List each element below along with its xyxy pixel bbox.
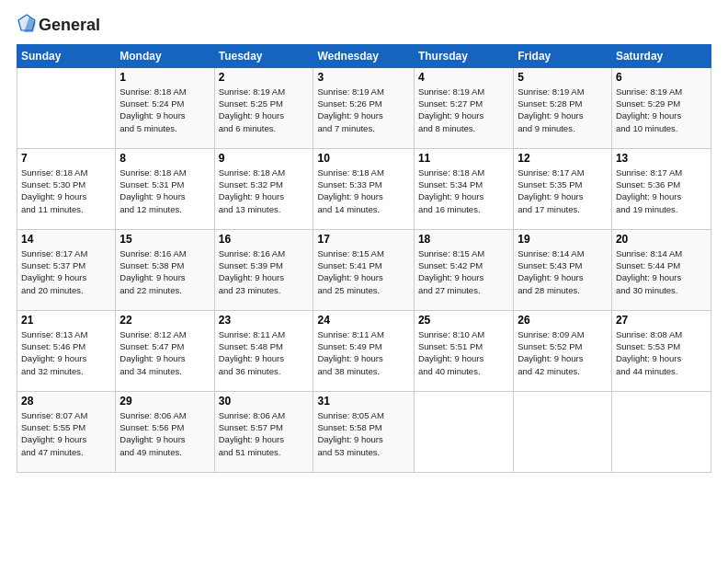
- day-number: 1: [119, 71, 210, 84]
- col-sunday: Sunday: [17, 44, 116, 67]
- day-number: 5: [518, 71, 608, 84]
- day-info: Sunrise: 8:09 AM Sunset: 5:52 PM Dayligh…: [518, 328, 608, 377]
- logo-icon: [17, 14, 37, 34]
- day-info: Sunrise: 8:19 AM Sunset: 5:27 PM Dayligh…: [418, 86, 509, 134]
- day-number: 26: [518, 314, 608, 327]
- col-tuesday: Tuesday: [214, 44, 313, 67]
- calendar-day: 3Sunrise: 8:19 AM Sunset: 5:26 PM Daylig…: [313, 67, 414, 148]
- logo-text: General: [39, 17, 100, 35]
- day-info: Sunrise: 8:18 AM Sunset: 5:33 PM Dayligh…: [317, 167, 409, 215]
- calendar-day: 8Sunrise: 8:18 AM Sunset: 5:31 PM Daylig…: [116, 148, 214, 229]
- day-number: 16: [219, 233, 310, 246]
- calendar-day: 14Sunrise: 8:17 AM Sunset: 5:37 PM Dayli…: [17, 229, 116, 310]
- calendar-header-row: Sunday Monday Tuesday Wednesday Thursday…: [17, 44, 711, 67]
- logo: General: [17, 17, 100, 35]
- day-number: 29: [119, 395, 210, 408]
- calendar-day: 11Sunrise: 8:18 AM Sunset: 5:34 PM Dayli…: [414, 148, 513, 229]
- calendar-day: [514, 391, 612, 472]
- day-number: 28: [21, 395, 111, 408]
- day-info: Sunrise: 8:18 AM Sunset: 5:34 PM Dayligh…: [418, 167, 509, 215]
- day-info: Sunrise: 8:17 AM Sunset: 5:36 PM Dayligh…: [616, 167, 707, 215]
- day-number: 20: [616, 233, 707, 246]
- day-number: 15: [119, 233, 210, 246]
- calendar-day: 6Sunrise: 8:19 AM Sunset: 5:29 PM Daylig…: [611, 67, 711, 148]
- day-number: 17: [317, 233, 409, 246]
- calendar-day: 31Sunrise: 8:05 AM Sunset: 5:58 PM Dayli…: [313, 391, 414, 472]
- calendar-day: 13Sunrise: 8:17 AM Sunset: 5:36 PM Dayli…: [611, 148, 711, 229]
- col-saturday: Saturday: [611, 44, 711, 67]
- day-info: Sunrise: 8:14 AM Sunset: 5:44 PM Dayligh…: [616, 247, 707, 296]
- col-wednesday: Wednesday: [313, 44, 414, 67]
- calendar-day: 15Sunrise: 8:16 AM Sunset: 5:38 PM Dayli…: [116, 229, 214, 310]
- day-number: 7: [21, 152, 111, 165]
- day-number: 30: [219, 395, 310, 408]
- day-info: Sunrise: 8:15 AM Sunset: 5:41 PM Dayligh…: [317, 247, 409, 296]
- day-number: 27: [616, 314, 707, 327]
- day-info: Sunrise: 8:19 AM Sunset: 5:25 PM Dayligh…: [219, 86, 310, 134]
- calendar-day: 4Sunrise: 8:19 AM Sunset: 5:27 PM Daylig…: [414, 67, 513, 148]
- calendar-day: [17, 67, 116, 148]
- day-info: Sunrise: 8:11 AM Sunset: 5:49 PM Dayligh…: [317, 328, 409, 377]
- calendar-day: 20Sunrise: 8:14 AM Sunset: 5:44 PM Dayli…: [611, 229, 711, 310]
- day-info: Sunrise: 8:15 AM Sunset: 5:42 PM Dayligh…: [418, 247, 509, 296]
- day-info: Sunrise: 8:06 AM Sunset: 5:57 PM Dayligh…: [219, 409, 310, 458]
- day-info: Sunrise: 8:18 AM Sunset: 5:31 PM Dayligh…: [119, 167, 210, 215]
- day-info: Sunrise: 8:17 AM Sunset: 5:35 PM Dayligh…: [518, 167, 608, 215]
- day-number: 19: [518, 233, 608, 246]
- calendar-day: 1Sunrise: 8:18 AM Sunset: 5:24 PM Daylig…: [116, 67, 214, 148]
- calendar-table: Sunday Monday Tuesday Wednesday Thursday…: [17, 44, 711, 473]
- col-friday: Friday: [514, 44, 612, 67]
- day-info: Sunrise: 8:18 AM Sunset: 5:30 PM Dayligh…: [21, 167, 111, 215]
- calendar-day: 19Sunrise: 8:14 AM Sunset: 5:43 PM Dayli…: [514, 229, 612, 310]
- calendar-day: 12Sunrise: 8:17 AM Sunset: 5:35 PM Dayli…: [514, 148, 612, 229]
- day-info: Sunrise: 8:18 AM Sunset: 5:32 PM Dayligh…: [219, 167, 310, 215]
- calendar-day: [414, 391, 513, 472]
- day-number: 9: [219, 152, 310, 165]
- calendar-day: 22Sunrise: 8:12 AM Sunset: 5:47 PM Dayli…: [116, 310, 214, 391]
- calendar-day: 24Sunrise: 8:11 AM Sunset: 5:49 PM Dayli…: [313, 310, 414, 391]
- day-info: Sunrise: 8:16 AM Sunset: 5:39 PM Dayligh…: [219, 247, 310, 296]
- day-number: 8: [119, 152, 210, 165]
- day-info: Sunrise: 8:10 AM Sunset: 5:51 PM Dayligh…: [418, 328, 509, 377]
- calendar-day: 5Sunrise: 8:19 AM Sunset: 5:28 PM Daylig…: [514, 67, 612, 148]
- day-number: 14: [21, 233, 111, 246]
- calendar-week-row: 1Sunrise: 8:18 AM Sunset: 5:24 PM Daylig…: [17, 67, 711, 148]
- calendar-day: 29Sunrise: 8:06 AM Sunset: 5:56 PM Dayli…: [116, 391, 214, 472]
- day-info: Sunrise: 8:08 AM Sunset: 5:53 PM Dayligh…: [616, 328, 707, 377]
- col-thursday: Thursday: [414, 44, 513, 67]
- day-number: 2: [219, 71, 310, 84]
- day-number: 25: [418, 314, 509, 327]
- day-info: Sunrise: 8:07 AM Sunset: 5:55 PM Dayligh…: [21, 409, 111, 458]
- calendar-day: 9Sunrise: 8:18 AM Sunset: 5:32 PM Daylig…: [214, 148, 313, 229]
- calendar-week-row: 28Sunrise: 8:07 AM Sunset: 5:55 PM Dayli…: [17, 391, 711, 472]
- day-info: Sunrise: 8:17 AM Sunset: 5:37 PM Dayligh…: [21, 247, 111, 296]
- day-info: Sunrise: 8:16 AM Sunset: 5:38 PM Dayligh…: [119, 247, 210, 296]
- day-info: Sunrise: 8:18 AM Sunset: 5:24 PM Dayligh…: [119, 86, 210, 134]
- day-number: 22: [119, 314, 210, 327]
- day-info: Sunrise: 8:06 AM Sunset: 5:56 PM Dayligh…: [119, 409, 210, 458]
- calendar-day: 28Sunrise: 8:07 AM Sunset: 5:55 PM Dayli…: [17, 391, 116, 472]
- page-header: General: [17, 17, 711, 35]
- calendar-week-row: 7Sunrise: 8:18 AM Sunset: 5:30 PM Daylig…: [17, 148, 711, 229]
- day-number: 31: [317, 395, 409, 408]
- calendar-day: 30Sunrise: 8:06 AM Sunset: 5:57 PM Dayli…: [214, 391, 313, 472]
- calendar-day: 18Sunrise: 8:15 AM Sunset: 5:42 PM Dayli…: [414, 229, 513, 310]
- calendar-day: 17Sunrise: 8:15 AM Sunset: 5:41 PM Dayli…: [313, 229, 414, 310]
- day-number: 10: [317, 152, 409, 165]
- calendar-day: [611, 391, 711, 472]
- day-number: 18: [418, 233, 509, 246]
- calendar-week-row: 21Sunrise: 8:13 AM Sunset: 5:46 PM Dayli…: [17, 310, 711, 391]
- day-info: Sunrise: 8:19 AM Sunset: 5:26 PM Dayligh…: [317, 86, 409, 134]
- day-info: Sunrise: 8:14 AM Sunset: 5:43 PM Dayligh…: [518, 247, 608, 296]
- day-number: 12: [518, 152, 608, 165]
- calendar-day: 25Sunrise: 8:10 AM Sunset: 5:51 PM Dayli…: [414, 310, 513, 391]
- calendar-day: 21Sunrise: 8:13 AM Sunset: 5:46 PM Dayli…: [17, 310, 116, 391]
- day-number: 24: [317, 314, 409, 327]
- calendar-day: 23Sunrise: 8:11 AM Sunset: 5:48 PM Dayli…: [214, 310, 313, 391]
- day-number: 23: [219, 314, 310, 327]
- col-monday: Monday: [116, 44, 214, 67]
- calendar-day: 7Sunrise: 8:18 AM Sunset: 5:30 PM Daylig…: [17, 148, 116, 229]
- calendar-week-row: 14Sunrise: 8:17 AM Sunset: 5:37 PM Dayli…: [17, 229, 711, 310]
- day-number: 11: [418, 152, 509, 165]
- calendar-day: 27Sunrise: 8:08 AM Sunset: 5:53 PM Dayli…: [611, 310, 711, 391]
